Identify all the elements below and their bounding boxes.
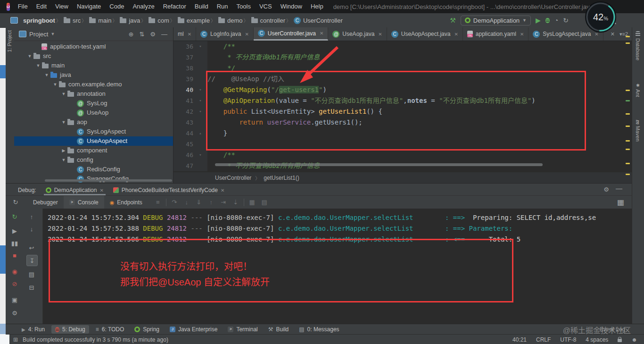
stripe-mark[interactable] <box>626 113 630 115</box>
tree-item-main[interactable]: ▼main <box>14 61 173 70</box>
profiler-button[interactable]: ◔ <box>554 17 558 24</box>
view-breakpoints-button[interactable]: ◉ <box>9 266 20 277</box>
menu-item-code[interactable]: Code <box>105 0 128 13</box>
fold-marker-icon[interactable]: ▾ <box>193 150 207 160</box>
stripe-maven-button[interactable]: mMaven <box>635 120 641 142</box>
console-layout-icon[interactable]: ▦ <box>617 198 624 207</box>
tree-item-component[interactable]: ▶component <box>14 146 173 155</box>
toolwindow-button-0-messages[interactable]: ▤0: Messages <box>295 325 343 334</box>
close-tab-icon[interactable]: ✕ <box>594 32 598 37</box>
run-config-selector[interactable]: DemoApplication ▼ <box>461 16 531 25</box>
debug-tab-demoapplication[interactable]: DemoApplication✕ <box>41 187 108 195</box>
menu-item-help[interactable]: Help <box>306 0 328 13</box>
tree-expanded-arrow-icon[interactable]: ▼ <box>60 158 67 162</box>
tree-item-java[interactable]: ▼java <box>14 70 173 80</box>
editor-breadcrumb-usercontroller[interactable]: UserController <box>215 175 251 181</box>
tree-item-com-example-demo[interactable]: ▼com.example.demo <box>14 80 173 89</box>
close-tab-icon[interactable]: ✕ <box>454 32 458 37</box>
stripe-mark[interactable] <box>626 100 630 101</box>
stripe-mark[interactable] <box>626 149 630 150</box>
code-line-46[interactable]: 46▾ /** <box>173 150 632 160</box>
breadcrumb-item-com[interactable]: com <box>149 17 169 24</box>
close-tab-icon[interactable]: ✕ <box>188 32 191 37</box>
step-icon[interactable]: ⇣ <box>230 199 242 206</box>
stripe-project-button[interactable]: 1: Project <box>7 30 12 52</box>
stripe-mark[interactable] <box>626 90 630 91</box>
step-icon[interactable]: ⇥ <box>217 199 230 206</box>
close-tab-icon[interactable]: ✕ <box>99 188 103 193</box>
locate-file-icon[interactable]: ⊕ <box>129 31 134 38</box>
tree-item-aop[interactable]: ▼aop <box>14 117 173 127</box>
tree-item-swaggerconfig[interactable]: CSwaggerConfig <box>14 174 173 184</box>
tree-horizontal-scrollbar[interactable] <box>45 179 172 182</box>
stripe-ant-button[interactable]: ✱Ant <box>635 83 641 97</box>
step-icon[interactable]: ▦ <box>246 199 258 206</box>
toolwindow-toggle-icon[interactable]: ⊞ <box>13 336 18 343</box>
tree-item-annotation[interactable]: ▼annotation <box>14 89 173 99</box>
close-tab-icon[interactable]: ✕ <box>320 31 323 36</box>
breadcrumb-item-springboot[interactable]: springboot <box>8 17 55 24</box>
step-icon[interactable]: ↷ <box>168 199 181 206</box>
editor-horizontal-scrollbar[interactable] <box>215 163 543 166</box>
breadcrumb-item-controller[interactable]: controller <box>251 17 285 24</box>
tree-expanded-arrow-icon[interactable]: ▼ <box>51 82 59 87</box>
rerun-button[interactable]: ↻ <box>10 197 21 208</box>
tree-expanded-arrow-icon[interactable]: ▼ <box>26 54 33 59</box>
line-ending[interactable]: CRLF <box>536 336 551 343</box>
close-tab-icon[interactable]: ✕ <box>245 32 248 37</box>
gear-icon[interactable]: ⚙ <box>150 31 156 38</box>
toolwindow-button-terminal[interactable]: >Terminal <box>224 325 261 334</box>
fold-marker-icon[interactable]: ▾ <box>193 41 207 52</box>
debug-button[interactable] <box>545 18 550 23</box>
toolwindow-button-6-todo[interactable]: ≡6: TODO <box>92 325 128 334</box>
menu-item-build[interactable]: Build <box>190 0 213 13</box>
debug-tab-phonecodebuildertest-testverifycode[interactable]: PhoneCodeBuilderTest.testVerifyCode✕ <box>108 187 230 195</box>
editor-tab-useaopaspect-java[interactable]: CUseAopAspect.java✕ <box>387 27 463 41</box>
resume-button[interactable]: ▶ <box>9 226 20 236</box>
menu-item-run[interactable]: Run <box>213 0 232 13</box>
fold-marker-icon[interactable]: ▾ <box>193 84 207 95</box>
view-tab-debugger[interactable]: Debugger <box>27 196 64 209</box>
menu-item-window[interactable]: Window <box>276 0 306 13</box>
stripe-mark[interactable] <box>626 140 630 142</box>
gear-icon[interactable]: ⚙ <box>603 186 609 193</box>
caret-position[interactable]: 40:21 <box>512 336 527 343</box>
hide-panel-icon[interactable]: — <box>616 185 622 192</box>
rerun-button[interactable]: ↻ <box>9 211 20 222</box>
stripe-mark[interactable] <box>626 42 630 44</box>
view-tab-console[interactable]: >Console <box>64 196 104 210</box>
stripe-mark[interactable] <box>626 126 630 127</box>
toolwindow-button-java-enterprise[interactable]: JJava Enterprise <box>166 325 221 334</box>
print-button[interactable]: ▤ <box>26 269 37 279</box>
tree-item-application-test-yaml[interactable]: application-test.yaml <box>14 42 173 51</box>
close-tab-icon[interactable]: ✕ <box>221 188 224 193</box>
tree-item-syslogaspect[interactable]: CSysLogAspect <box>14 127 173 136</box>
step-icon[interactable]: ↑ <box>205 199 217 206</box>
menu-item-tools[interactable]: Tools <box>232 0 255 13</box>
highlighting-level-icon[interactable]: ☻ <box>631 336 637 343</box>
build-hammer-icon[interactable]: ⚒ <box>450 17 456 24</box>
editor-breadcrumb-getuserlist1[interactable]: getUserList1() <box>264 175 299 181</box>
down-stack-button[interactable]: ↓ <box>26 224 37 234</box>
mute-breakpoints-button[interactable]: ⊘ <box>9 278 20 289</box>
settings-button[interactable]: ⚙ <box>9 308 20 318</box>
toolwindow-button-spring[interactable]: Spring <box>131 325 163 334</box>
toolwindow-button-build[interactable]: ⚒Build <box>264 325 292 334</box>
project-panel-title[interactable]: Project <box>29 31 48 38</box>
up-stack-button[interactable]: ↑ <box>26 211 37 222</box>
tree-item-useaop[interactable]: @UseAop <box>14 108 173 117</box>
fold-marker-icon[interactable]: ▾ <box>193 95 207 106</box>
fold-marker-icon[interactable]: ▴ <box>193 128 207 139</box>
menu-item-edit[interactable]: Edit <box>32 0 51 13</box>
breadcrumb-item-usercontroller[interactable]: CUserController <box>294 17 343 24</box>
breadcrumb-item-main[interactable]: main <box>89 17 111 24</box>
step-icon[interactable]: ≡ <box>152 199 164 206</box>
toolwindow-button-4-run[interactable]: ▶4: Run <box>18 325 49 334</box>
tree-collapsed-arrow-icon[interactable]: ▶ <box>60 148 67 153</box>
lock-icon[interactable] <box>618 339 622 342</box>
tree-expanded-arrow-icon[interactable]: ▼ <box>43 73 50 77</box>
step-icon[interactable]: ▤ <box>258 199 271 206</box>
toolwindow-button-5-debug[interactable]: 5: Debug <box>51 325 89 334</box>
collapse-all-icon[interactable]: ⇅ <box>139 31 144 38</box>
breadcrumb-item-demo[interactable]: demo <box>218 17 243 24</box>
